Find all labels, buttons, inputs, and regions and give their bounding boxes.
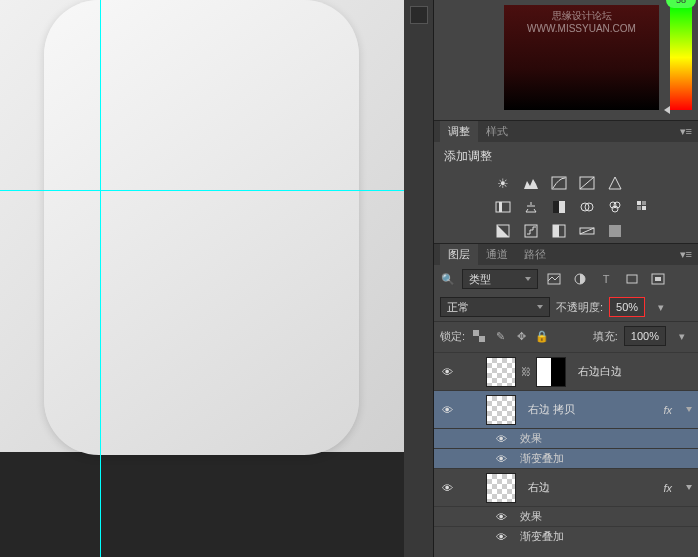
effects-label: 效果 <box>520 431 542 446</box>
vibrance-icon[interactable] <box>606 175 624 191</box>
layer-name-label[interactable]: 右边 拷贝 <box>528 402 657 417</box>
filter-smart-icon[interactable] <box>648 269 668 289</box>
gradient-overlay-label: 渐变叠加 <box>520 451 564 466</box>
effects-label: 效果 <box>520 509 542 524</box>
color-picker-area: 思缘设计论坛 WWW.MISSYUAN.COM 58 <box>434 0 698 120</box>
strip-icon[interactable] <box>410 6 428 24</box>
svg-rect-0 <box>552 177 566 189</box>
layer-thumbnail[interactable] <box>486 395 516 425</box>
add-adjustment-title: 添加调整 <box>434 142 698 171</box>
blend-mode-value: 正常 <box>447 300 469 315</box>
svg-rect-2 <box>496 202 510 212</box>
visibility-toggle-icon[interactable]: 👁 <box>440 482 454 494</box>
hue-slider[interactable] <box>670 5 692 110</box>
panel-menu-icon[interactable]: ▾≡ <box>680 125 692 138</box>
guide-vertical[interactable] <box>100 0 101 557</box>
tab-layers[interactable]: 图层 <box>440 244 478 265</box>
visibility-toggle-icon[interactable]: 👁 <box>440 366 454 378</box>
chevron-down-icon[interactable] <box>686 485 692 490</box>
filter-type-dropdown[interactable]: 类型 <box>462 269 538 289</box>
exposure-icon[interactable] <box>578 175 596 191</box>
layer-thumbnail[interactable] <box>486 473 516 503</box>
svg-rect-3 <box>499 202 502 212</box>
gradient-map-icon[interactable] <box>578 223 596 239</box>
mask-thumbnail[interactable] <box>536 357 566 387</box>
layer-tab-bar: 图层 通道 路径 ▾≡ <box>434 243 698 265</box>
color-balance-icon[interactable] <box>522 199 540 215</box>
selective-color-icon[interactable] <box>606 223 624 239</box>
tab-paths[interactable]: 路径 <box>516 244 554 265</box>
svg-rect-5 <box>559 201 565 213</box>
opacity-slider-toggle[interactable]: ▾ <box>651 297 671 317</box>
lock-label: 锁定: <box>440 329 465 344</box>
visibility-toggle-icon[interactable]: 👁 <box>494 531 508 543</box>
lock-pixels-icon[interactable]: ✎ <box>492 328 508 344</box>
threshold-icon[interactable] <box>550 223 568 239</box>
filter-type-label: 类型 <box>469 272 491 287</box>
brightness-icon[interactable]: ☀ <box>494 175 512 191</box>
watermark-text: 思缘设计论坛 WWW.MISSYUAN.COM <box>504 9 659 34</box>
visibility-toggle-icon[interactable]: 👁 <box>440 404 454 416</box>
link-icon[interactable]: ⛓ <box>519 357 533 387</box>
fx-badge[interactable]: fx <box>663 482 672 494</box>
layers-list: 👁 ⛓ 右边白边 👁 右边 拷贝 fx 👁 效果 👁 渐变叠加 <box>434 350 698 546</box>
guide-horizontal[interactable] <box>0 190 404 191</box>
levels-icon[interactable] <box>522 175 540 191</box>
filter-adjust-icon[interactable] <box>570 269 590 289</box>
layer-name-label[interactable]: 右边 <box>528 480 657 495</box>
lock-transparency-icon[interactable] <box>471 328 487 344</box>
filter-type-icon[interactable]: T <box>596 269 616 289</box>
collapsed-panel-strip <box>404 0 434 557</box>
curves-icon[interactable] <box>550 175 568 191</box>
canvas-area[interactable] <box>0 0 404 557</box>
blend-mode-dropdown[interactable]: 正常 <box>440 297 550 317</box>
invert-icon[interactable] <box>494 223 512 239</box>
filter-pixel-icon[interactable] <box>544 269 564 289</box>
layer-row[interactable]: 👁 ⛓ 右边白边 <box>434 352 698 390</box>
tab-adjustments[interactable]: 调整 <box>440 121 478 142</box>
adjust-tab-bar: 调整 样式 ▾≡ <box>434 120 698 142</box>
svg-rect-11 <box>637 201 641 205</box>
posterize-icon[interactable] <box>522 223 540 239</box>
hue-value-indicator: 58 <box>666 0 696 8</box>
fill-input[interactable]: 100% <box>624 326 666 346</box>
chevron-down-icon[interactable] <box>686 407 692 412</box>
color-field[interactable]: 思缘设计论坛 WWW.MISSYUAN.COM <box>504 5 659 110</box>
svg-rect-27 <box>479 336 485 342</box>
layer-effect-row[interactable]: 👁 效果 <box>434 428 698 448</box>
tab-channels[interactable]: 通道 <box>478 244 516 265</box>
svg-rect-25 <box>655 277 661 281</box>
hue-sat-icon[interactable] <box>494 199 512 215</box>
tab-styles[interactable]: 样式 <box>478 121 516 142</box>
fill-slider-toggle[interactable]: ▾ <box>672 326 692 346</box>
visibility-toggle-icon[interactable]: 👁 <box>494 511 508 523</box>
visibility-toggle-icon[interactable]: 👁 <box>494 453 508 465</box>
layer-row[interactable]: 👁 右边 fx <box>434 468 698 506</box>
photo-filter-icon[interactable] <box>578 199 596 215</box>
bw-icon[interactable] <box>550 199 568 215</box>
layer-effect-row[interactable]: 👁 渐变叠加 <box>434 448 698 468</box>
svg-rect-18 <box>553 225 559 237</box>
lock-position-icon[interactable]: ✥ <box>513 328 529 344</box>
svg-rect-23 <box>627 275 637 283</box>
layer-effect-row[interactable]: 👁 效果 <box>434 506 698 526</box>
lock-all-icon[interactable]: 🔒 <box>534 328 550 344</box>
layer-panel-menu-icon[interactable]: ▾≡ <box>680 248 692 261</box>
hue-marker-icon <box>664 106 670 114</box>
svg-rect-26 <box>473 330 479 336</box>
layer-row[interactable]: 👁 右边 拷贝 fx <box>434 390 698 428</box>
fill-label: 填充: <box>593 329 618 344</box>
channel-mixer-icon[interactable] <box>606 199 624 215</box>
opacity-label: 不透明度: <box>556 300 603 315</box>
layer-effect-row[interactable]: 👁 渐变叠加 <box>434 526 698 546</box>
svg-rect-13 <box>637 206 641 210</box>
layer-thumbnail[interactable] <box>486 357 516 387</box>
visibility-toggle-icon[interactable]: 👁 <box>494 433 508 445</box>
fx-badge[interactable]: fx <box>663 404 672 416</box>
opacity-input[interactable]: 50% <box>609 297 645 317</box>
color-lookup-icon[interactable] <box>634 199 652 215</box>
filter-shape-icon[interactable] <box>622 269 642 289</box>
svg-rect-14 <box>642 206 646 210</box>
layer-name-label[interactable]: 右边白边 <box>578 364 698 379</box>
chevron-down-icon <box>537 305 543 309</box>
